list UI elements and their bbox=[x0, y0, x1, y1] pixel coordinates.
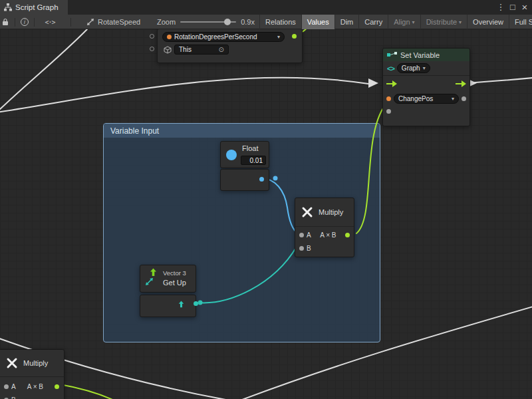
fullscreen-button[interactable]: Full Screen bbox=[509, 15, 532, 29]
up-arrow-icon bbox=[149, 268, 158, 277]
multiply-node[interactable]: Multiply A A × B B bbox=[295, 198, 354, 257]
flow-in-arrow-icon[interactable] bbox=[386, 80, 397, 87]
group-title: Variable Input bbox=[110, 126, 159, 136]
port-unconnected-1[interactable] bbox=[150, 34, 154, 39]
output-label: A × B bbox=[314, 231, 342, 239]
lock-button[interactable] bbox=[0, 15, 11, 29]
get-variable-node[interactable]: RotationDegreesPerSecond ▾ This ⊙ bbox=[157, 29, 303, 63]
zoom-slider[interactable] bbox=[180, 21, 236, 23]
node-title: Get Up bbox=[163, 279, 186, 287]
zoom-value: 0.9x bbox=[241, 18, 255, 26]
set-variable-name: ChangePos bbox=[398, 95, 449, 102]
zoom-label: Zoom bbox=[157, 18, 176, 26]
port-output[interactable] bbox=[55, 384, 59, 389]
float-node-body[interactable] bbox=[220, 169, 269, 191]
vector3-output-icon bbox=[178, 301, 185, 308]
set-variable-icon bbox=[387, 52, 398, 58]
code-view-button[interactable]: <·> bbox=[39, 15, 61, 29]
window-titlebar: Script Graph ⋮ □ × bbox=[0, 0, 532, 15]
graph-scope-icon: <> bbox=[387, 65, 394, 72]
zoom-slider-handle[interactable] bbox=[224, 19, 231, 25]
dim-button[interactable]: Dim bbox=[334, 15, 359, 29]
port-float-output[interactable] bbox=[259, 177, 264, 182]
graph-context-label: RotateSpeed bbox=[98, 18, 140, 26]
node-title: Multiply bbox=[23, 359, 48, 367]
port-unconnected-2[interactable] bbox=[150, 47, 154, 51]
overview-button[interactable]: Overview bbox=[467, 15, 509, 29]
target-field[interactable]: This ⊙ bbox=[174, 45, 229, 55]
port-input-b[interactable] bbox=[299, 246, 304, 251]
input-b-label: B bbox=[11, 396, 16, 399]
multiply-node-bottom[interactable]: Multiply A A × B B bbox=[0, 349, 65, 399]
input-a-label: A bbox=[307, 231, 311, 239]
object-picker-icon[interactable]: ⊙ bbox=[219, 46, 224, 53]
multiply-icon bbox=[6, 357, 18, 369]
kebab-menu-icon[interactable]: ⋮ bbox=[495, 0, 507, 15]
relations-button[interactable]: Relations bbox=[259, 15, 301, 29]
chevron-down-icon: ▾ bbox=[452, 96, 454, 102]
window-controls: ⋮ □ × bbox=[495, 0, 531, 15]
script-graph-icon bbox=[4, 3, 12, 11]
vector-icon bbox=[86, 18, 94, 26]
tab-label: Script Graph bbox=[15, 3, 59, 11]
port-output-value[interactable] bbox=[462, 96, 466, 101]
node-title: Multiply bbox=[319, 208, 343, 216]
variable-port-icon bbox=[167, 35, 172, 39]
node-title: Float bbox=[242, 144, 258, 152]
distribute-dropdown-button[interactable]: Distribute ▾ bbox=[420, 15, 467, 29]
toolbar-buttons: Relations Values Dim Carry Align ▾ Distr… bbox=[259, 15, 532, 29]
float-icon bbox=[226, 150, 237, 160]
variable-name: RotationDegreesPerSecond bbox=[174, 33, 275, 41]
values-button[interactable]: Values bbox=[301, 15, 334, 29]
port-variable-input[interactable] bbox=[386, 96, 391, 101]
chevron-down-icon: ▾ bbox=[423, 65, 426, 71]
variable-name-dropdown[interactable]: RotationDegreesPerSecond ▾ bbox=[162, 32, 285, 42]
node-type-label: Vector 3 bbox=[163, 269, 186, 277]
diagonal-arrows-icon bbox=[145, 277, 154, 286]
code-icon: <·> bbox=[45, 19, 55, 26]
scope-dropdown[interactable]: Graph ▾ bbox=[397, 63, 430, 73]
get-up-node-body[interactable] bbox=[140, 295, 196, 317]
port-input-a[interactable] bbox=[299, 233, 304, 237]
port-vector-output[interactable] bbox=[194, 301, 198, 306]
set-variable-name-dropdown[interactable]: ChangePos ▾ bbox=[394, 94, 459, 104]
flow-out-arrow-icon[interactable] bbox=[456, 80, 466, 87]
target-label: This bbox=[179, 46, 216, 53]
chevron-down-icon: ▾ bbox=[459, 19, 462, 25]
info-icon: i bbox=[21, 18, 29, 26]
float-value: 0.01 bbox=[250, 157, 263, 164]
float-value-field[interactable]: 0.01 bbox=[241, 156, 266, 165]
input-a-label: A bbox=[11, 383, 16, 390]
float-node[interactable]: Float 0.01 bbox=[220, 141, 269, 168]
output-label: A × B bbox=[19, 383, 52, 390]
close-icon[interactable]: × bbox=[519, 0, 531, 15]
port-variable-output[interactable] bbox=[292, 34, 297, 39]
port-value-input[interactable] bbox=[386, 109, 391, 114]
graph-toolbar: i <·> RotateSpeed Zoom 0.9x Re bbox=[0, 15, 532, 29]
group-header[interactable]: Variable Input bbox=[104, 124, 380, 138]
info-button[interactable]: i bbox=[19, 15, 30, 29]
chevron-down-icon: ▾ bbox=[277, 34, 280, 40]
set-variable-node[interactable]: Set Variable <> Graph ▾ ChangePos ▾ bbox=[382, 48, 470, 126]
maximize-icon[interactable]: □ bbox=[507, 0, 519, 15]
input-b-label: B bbox=[307, 245, 311, 252]
cube-icon bbox=[164, 46, 172, 54]
get-up-node[interactable]: Vector 3 Get Up bbox=[140, 265, 196, 293]
port-input-a[interactable] bbox=[4, 384, 9, 389]
graph-context-indicator[interactable]: RotateSpeed bbox=[86, 15, 140, 29]
lock-icon bbox=[2, 18, 9, 26]
align-dropdown-button[interactable]: Align ▾ bbox=[388, 15, 420, 29]
script-graph-window: Variable Input bbox=[0, 0, 532, 399]
node-title: Set Variable bbox=[400, 51, 440, 59]
tab-script-graph[interactable]: Script Graph bbox=[0, 0, 68, 15]
chevron-down-icon: ▾ bbox=[412, 19, 415, 25]
multiply-icon bbox=[301, 206, 313, 218]
carry-button[interactable]: Carry bbox=[358, 15, 388, 29]
scope-label: Graph bbox=[402, 65, 420, 72]
port-output[interactable] bbox=[345, 233, 350, 237]
